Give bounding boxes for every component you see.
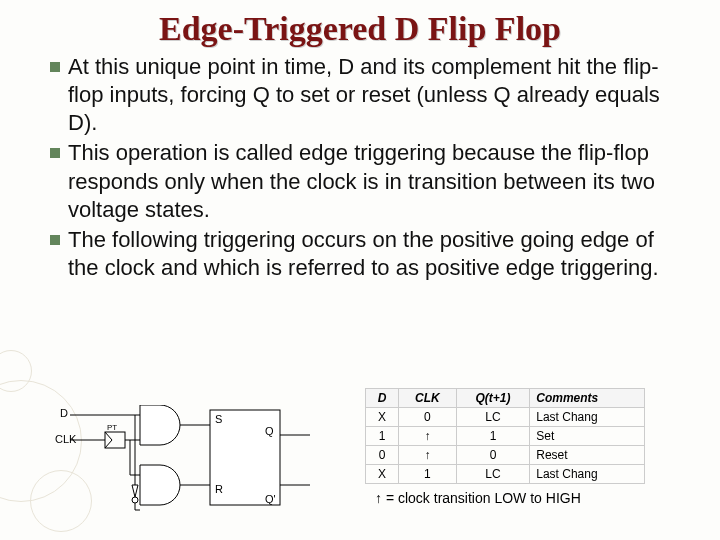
circuit-svg xyxy=(60,405,350,525)
truth-table: D CLK Q(t+1) Comments X 0 LC Last Chang … xyxy=(365,388,645,484)
bullet-text: This operation is called edge triggering… xyxy=(68,139,690,223)
label-d: D xyxy=(60,407,68,419)
bullet-item: The following triggering occurs on the p… xyxy=(50,226,690,282)
table-row: 0 ↑ 0 Reset xyxy=(366,446,645,465)
note-text: ↑ = clock transition LOW to HIGH xyxy=(375,490,581,506)
bullet-icon xyxy=(50,235,60,245)
svg-marker-7 xyxy=(132,485,138,497)
bullet-item: At this unique point in time, D and its … xyxy=(50,53,690,137)
bullet-icon xyxy=(50,62,60,72)
table-row: X 1 LC Last Chang xyxy=(366,465,645,484)
bullet-text: The following triggering occurs on the p… xyxy=(68,226,690,282)
table-row: X 0 LC Last Chang xyxy=(366,408,645,427)
label-clk: CLK xyxy=(55,433,76,445)
circuit-diagram: D CLK PT S R Q Q' xyxy=(60,405,350,525)
svg-rect-2 xyxy=(105,432,125,448)
label-pt: PT xyxy=(107,423,117,432)
th-q: Q(t+1) xyxy=(456,389,529,408)
truth-table-area: D CLK Q(t+1) Comments X 0 LC Last Chang … xyxy=(365,388,695,484)
bullet-list: At this unique point in time, D and its … xyxy=(0,53,720,282)
th-d: D xyxy=(366,389,399,408)
bullet-item: This operation is called edge triggering… xyxy=(50,139,690,223)
label-q: Q xyxy=(265,425,274,437)
page-title: Edge-Triggered D Flip Flop xyxy=(0,0,720,53)
th-clk: CLK xyxy=(399,389,457,408)
th-comments: Comments xyxy=(530,389,645,408)
label-qp: Q' xyxy=(265,493,276,505)
label-s: S xyxy=(215,413,222,425)
svg-point-8 xyxy=(132,497,138,503)
bullet-text: At this unique point in time, D and its … xyxy=(68,53,690,137)
label-r: R xyxy=(215,483,223,495)
bullet-icon xyxy=(50,148,60,158)
table-row: 1 ↑ 1 Set xyxy=(366,427,645,446)
